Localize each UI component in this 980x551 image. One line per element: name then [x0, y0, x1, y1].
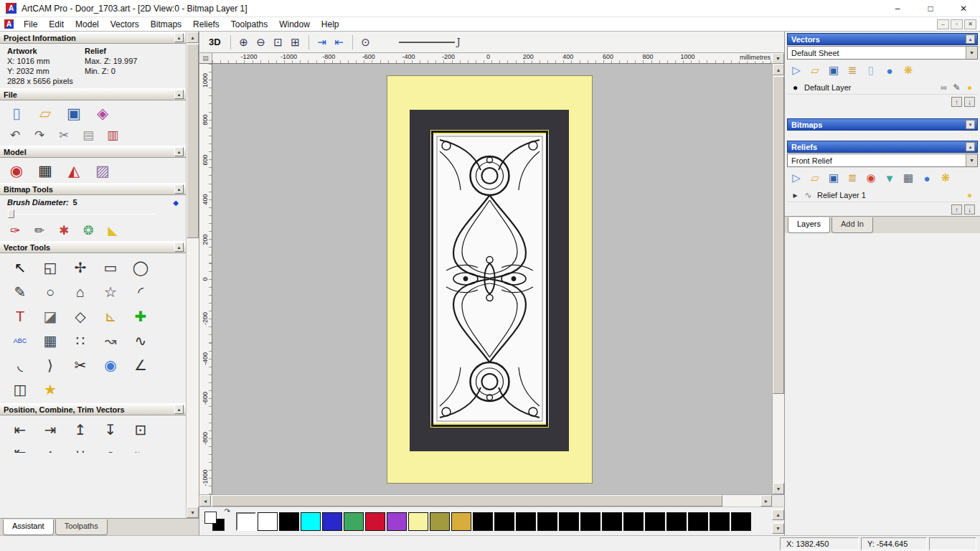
menu-help[interactable]: Help — [316, 19, 345, 30]
curve-fit-icon[interactable]: ∿ — [126, 329, 155, 353]
link-layer-icon[interactable]: ∞ — [938, 82, 949, 93]
tab-assistant[interactable]: Assistant — [3, 519, 54, 535]
color-swatch-11[interactable] — [473, 512, 493, 531]
edit-layer-icon[interactable]: ✎ — [951, 82, 962, 93]
menu-vectors[interactable]: Vectors — [105, 19, 145, 30]
collapse-button[interactable]: ▲ — [174, 184, 184, 194]
tab-layers[interactable]: Layers — [788, 217, 830, 233]
sphere-relief-icon[interactable]: ● — [919, 170, 935, 186]
scroll-left-button[interactable]: ◂ — [199, 495, 211, 507]
text-tool-icon[interactable]: T — [6, 304, 34, 329]
visibility-bulb-icon[interactable]: ● — [964, 189, 975, 200]
copy-icon[interactable]: ▤ — [79, 126, 98, 144]
vector-layer-row[interactable]: ● Default Layer ∞✎● — [787, 80, 978, 95]
open-model-icon[interactable]: ▱ — [34, 103, 56, 124]
color-swatch-19[interactable] — [645, 512, 665, 531]
visibility-bulb-icon[interactable]: ● — [964, 82, 975, 93]
collapse-button[interactable]: ▲ — [174, 147, 184, 156]
fg-bg-color-indicator[interactable]: ↷ — [204, 509, 232, 534]
invert-relief-icon[interactable]: ▼ — [882, 170, 897, 186]
merge-layers-icon[interactable]: ≣ — [844, 62, 860, 78]
relief-selector[interactable]: Front Relief ▼ — [787, 154, 978, 167]
tab-add-in[interactable]: Add In — [831, 217, 873, 233]
units-dropdown-button[interactable]: ▼ — [772, 53, 784, 64]
export-model-icon[interactable]: ◈ — [92, 103, 113, 124]
minimize-button[interactable]: – — [881, 0, 914, 17]
new-vector-layer-icon[interactable]: ▷ — [788, 62, 804, 78]
tab-toolpaths[interactable]: Toolpaths — [55, 519, 108, 535]
array-copy-icon[interactable]: ∷ — [66, 329, 95, 353]
paint-brush-icon[interactable]: ✑ — [6, 221, 24, 240]
color-swatch-2[interactable] — [279, 512, 299, 531]
rectangle-tool-icon[interactable]: ▭ — [96, 255, 125, 280]
color-swatch-10[interactable] — [451, 512, 471, 531]
circle-tool-icon[interactable]: ○ — [36, 280, 65, 304]
scrollbar-thumb[interactable] — [212, 495, 722, 507]
mirror-vectors-icon[interactable]: ◫ — [6, 377, 34, 402]
align-bottom-icon[interactable]: ↧ — [96, 418, 125, 442]
new-sheet-icon[interactable]: ▯ — [863, 62, 879, 78]
save-model-icon[interactable]: ▣ — [63, 103, 85, 124]
greyscale-view-icon[interactable]: ▦ — [34, 160, 56, 182]
canvas-2d-view[interactable] — [212, 64, 772, 494]
shadow-text-icon[interactable]: ◪ — [36, 304, 65, 329]
color-swatch-12[interactable] — [494, 512, 514, 531]
zoom-fit-icon[interactable]: ⊞ — [287, 34, 304, 51]
vertical-scrollbar[interactable]: ▴ ▾ — [772, 64, 784, 494]
brush-diameter-slider[interactable] — [7, 208, 177, 220]
menu-window[interactable]: Window — [273, 19, 316, 30]
color-swatch-22[interactable] — [710, 512, 730, 531]
bitmaps-panel-header[interactable]: Bitmaps ▼ — [787, 118, 978, 131]
distribute-vertical-icon[interactable]: ↨ — [36, 442, 65, 453]
polyline-tool-icon[interactable]: ✎ — [6, 280, 34, 304]
undo-icon[interactable]: ↶ — [6, 126, 24, 144]
paste-vectors-icon[interactable]: ✚ — [126, 304, 155, 329]
smooth-relief-icon[interactable]: ◉ — [863, 170, 879, 186]
new-model-icon[interactable]: ▯ — [6, 103, 27, 124]
color-swatch-14[interactable] — [537, 512, 557, 531]
color-swatch-4[interactable] — [322, 512, 342, 531]
color-swatch-0[interactable] — [236, 512, 256, 531]
move-layer-down-button[interactable]: ↓ — [964, 97, 975, 107]
menu-file[interactable]: File — [18, 19, 43, 30]
nest-vectors-icon[interactable]: ↝ — [96, 329, 125, 353]
palette-scrollbar[interactable]: ▴ ▾ — [772, 509, 784, 534]
scrollbar-track[interactable] — [187, 43, 199, 507]
scrollbar-thumb[interactable] — [773, 76, 784, 394]
zoom-in-icon[interactable]: ⊕ — [235, 34, 253, 51]
sheet-settings-icon[interactable]: ● — [882, 62, 897, 78]
units-label[interactable]: millimetres — [736, 54, 771, 61]
color-swatch-21[interactable] — [688, 512, 708, 531]
new-relief-layer-icon[interactable]: ▷ — [788, 170, 804, 186]
color-swatch-15[interactable] — [559, 512, 579, 531]
join-vectors-icon[interactable]: ⟩ — [36, 353, 65, 377]
dropdown-arrow-icon[interactable]: ▼ — [966, 47, 977, 59]
color-swatch-5[interactable] — [344, 512, 364, 531]
draw-pencil-icon[interactable]: ✏ — [30, 221, 49, 240]
load-image-icon[interactable]: ▨ — [92, 160, 113, 182]
move-relief-layer-up-button[interactable]: ↑ — [951, 204, 962, 215]
relief-thumbnail-icon[interactable]: ∿ — [803, 189, 814, 200]
scroll-down-button[interactable]: ▾ — [773, 483, 784, 494]
paste-icon[interactable]: ▥ — [103, 126, 122, 144]
save-relief-layer-icon[interactable]: ▣ — [826, 170, 842, 186]
color-swatch-20[interactable] — [666, 512, 687, 531]
close-button[interactable]: ✕ — [947, 0, 980, 17]
wrap-vectors-icon[interactable]: ★ — [36, 377, 65, 402]
collapse-button[interactable]: ▲ — [174, 242, 184, 252]
zoom-object-icon[interactable]: ⊙ — [357, 34, 374, 51]
open-relief-layer-icon[interactable]: ▱ — [807, 170, 823, 186]
maximize-button[interactable]: □ — [914, 0, 947, 17]
align-left-icon[interactable]: ⇤ — [6, 418, 34, 442]
palette-scroll-up-button[interactable]: ▴ — [772, 509, 784, 520]
fg-color-box[interactable] — [204, 512, 217, 524]
relief-layer-row[interactable]: ▸∿ Relief Layer 1 ● — [787, 188, 978, 202]
collapse-button[interactable]: ▲ — [174, 33, 184, 42]
scrollbar-thumb[interactable] — [187, 44, 199, 238]
trim-overlap-icon[interactable]: ∩ — [96, 442, 125, 453]
dropdown-arrow-icon[interactable]: ▼ — [966, 154, 977, 166]
flood-fill-icon[interactable]: ◣ — [103, 221, 122, 240]
menu-reliefs[interactable]: Reliefs — [187, 19, 225, 30]
star-tool-icon[interactable]: ☆ — [96, 280, 125, 304]
move-layer-up-button[interactable]: ↑ — [951, 97, 962, 107]
